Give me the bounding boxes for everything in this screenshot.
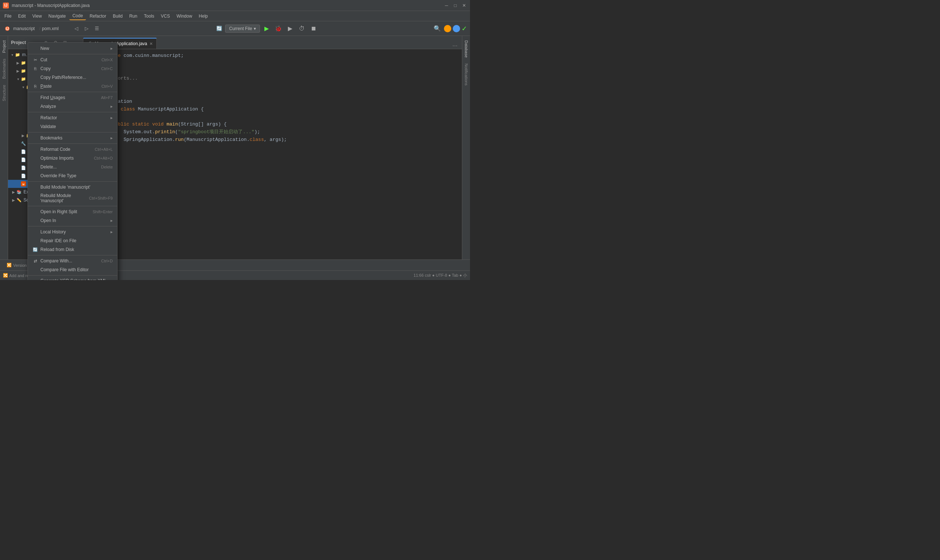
menu-tools[interactable]: Tools [141,12,157,20]
run-button[interactable]: ▶ [262,23,272,34]
cm-refactor-arrow: ▸ [111,115,113,120]
navigate-forward-button[interactable]: ▷ [82,24,91,33]
tab-close-button[interactable]: ✕ [149,42,153,46]
cm-repairide[interactable]: Repair IDE on File [28,236,117,245]
cm-optimizeimports[interactable]: Optimize Imports Ctrl+Alt+O [28,154,117,163]
cm-generatexsd[interactable]: Generate XSD Schema from XML File... [28,277,117,280]
menu-edit[interactable]: Edit [15,12,29,20]
context-menu: New ▸ ✂ Cut Ctrl+X ⎘ Copy Ctrl+C Copy Pa… [28,42,117,280]
cm-refactor[interactable]: Refactor ▸ [28,113,117,122]
menu-run[interactable]: Run [126,12,140,20]
code-content[interactable]: package com.cuinn.manuscript; // imports… [96,49,462,280]
run-config-dropdown[interactable]: Current File ▾ [225,25,260,33]
cm-rebuildmodule-label: Rebuild Module 'manuscript' [40,193,81,203]
code-line-11: System.out.println("springboot项目开始启动了...… [101,128,458,136]
menu-view[interactable]: View [29,12,45,20]
cm-reformatcode[interactable]: Reformat Code Ctrl+Alt+L [28,145,117,154]
separator-4 [28,132,117,132]
stop-button[interactable]: ⏹ [308,23,319,34]
tree-expand-icon: ▾ [15,77,20,81]
code-editor: 1 2 3 4 5 6 7 8 9 10 11 12 13 14 15 pack… [82,49,462,280]
separator-10 [28,275,117,275]
cm-overridefiletype[interactable]: Override File Type [28,171,117,180]
recent-files-button[interactable]: ☰ [92,24,101,33]
cm-reloadfromdisk-label: Reload from Disk [40,247,113,252]
breadcrumb-project[interactable]: manuscript [13,26,35,31]
cm-rebuildmodule[interactable]: Rebuild Module 'manuscript' Ctrl+Shift+F… [28,192,117,205]
cm-refactor-label: Refactor [40,115,108,120]
menu-help[interactable]: Help [196,12,211,20]
breadcrumb-separator: / [39,26,41,31]
code-line-10: public static void main(String[] args) { [101,121,458,128]
help-file-icon: 📄 [20,149,26,154]
maximize-button[interactable]: □ [452,3,458,8]
minimize-button[interactable]: ─ [444,3,450,8]
status-right: 11:66 cslr ● UTF-8 ● Tab ● 小 [413,273,467,278]
breadcrumb-file[interactable]: pom.xml [42,26,59,31]
cm-validate[interactable]: Validate [28,122,117,131]
cm-copy[interactable]: ⎘ Copy Ctrl+C [28,64,117,73]
debug-button[interactable]: 🐞 [273,23,284,34]
cm-openinrightsplit[interactable]: Open in Right Split Shift+Enter [28,207,117,216]
mvnwc-file-icon: 📄 [20,173,26,179]
cm-comparewitheditor[interactable]: Compare File with Editor [28,265,117,274]
bookmarks-tab[interactable]: Bookmarks [1,56,7,82]
menu-build[interactable]: Build [110,12,126,20]
tab-bar: ☕ ManuscriptApplication.java ✕ ⋯ [82,36,462,49]
user-avatar[interactable] [453,25,460,32]
home-button[interactable]: IJ [3,24,12,33]
menu-vcs[interactable]: VCS [158,12,173,20]
cm-findusages-shortcut: Alt+F7 [101,95,113,100]
cm-openinrightsplit-shortcut: Shift+Enter [92,209,113,214]
navigate-back-button[interactable]: ◁ [72,24,81,33]
vcs-status-icon: 🔀 [3,273,8,278]
cm-cut[interactable]: ✂ Cut Ctrl+X [28,55,117,64]
tree-expand-icon: ▶ [15,69,20,73]
structure-tab[interactable]: Structure [1,82,7,104]
cm-optimizeimports-shortcut: Ctrl+Alt+O [94,156,113,160]
code-line-2 [101,60,458,68]
sync-button[interactable]: 🔄 [215,24,223,33]
profile-button[interactable]: ⏱ [297,23,307,34]
vcs-icon: 🔀 [7,263,12,268]
cm-copy-shortcut: Ctrl+C [101,66,113,71]
menu-code[interactable]: Code [69,12,86,20]
search-everywhere-button[interactable]: 🔍 [432,23,442,34]
cm-bookmarks[interactable]: Bookmarks ▸ [28,134,117,142]
tree-expand-icon: ▶ [15,61,20,65]
folder-icon: 📁 [15,52,20,58]
close-button[interactable]: ✕ [461,3,467,8]
cm-comparewith[interactable]: ⇄ Compare With... Ctrl+D [28,257,117,265]
window-controls[interactable]: ─ □ ✕ [444,3,467,8]
cm-paste[interactable]: ⎘ Paste Ctrl+V [28,82,117,91]
cm-analyze-arrow: ▸ [111,104,113,109]
project-tab[interactable]: Project [1,37,7,56]
toolbar: IJ manuscript / pom.xml ◁ ▷ ☰ 🔄 Current … [0,21,470,36]
code-line-6 [101,90,458,98]
tab-action-recent[interactable]: ⋯ [452,43,458,49]
cm-copypath[interactable]: Copy Path/Reference... [28,73,117,82]
cm-localhistory[interactable]: Local History ▸ [28,228,117,236]
scratches-icon: ✏️ [16,197,22,203]
code-line-15: } [101,159,458,167]
cm-openin[interactable]: Open In ▸ [28,216,117,225]
menu-refactor[interactable]: Refactor [87,12,109,20]
cm-buildmodule[interactable]: Build Module 'manuscript' [28,183,117,192]
right-side-panel: Database Notifications [462,36,470,280]
cm-new[interactable]: New ▸ [28,44,117,53]
coverage-button[interactable]: ▶ [285,23,295,34]
copy-icon: ⎘ [32,66,38,72]
menu-file[interactable]: File [2,12,14,20]
menu-bar: File Edit View Navigate Code Refactor Bu… [0,11,470,21]
menu-window[interactable]: Window [174,12,195,20]
database-tab[interactable]: Database [463,37,470,60]
code-line-3 [101,68,458,75]
cm-findusages[interactable]: Find Usages Alt+F7 [28,93,117,102]
notifications-tab[interactable]: Notifications [463,60,470,88]
cm-comparewith-label: Compare With... [40,258,93,263]
idea-folder-icon: 📁 [20,60,26,66]
menu-navigate[interactable]: Navigate [46,12,69,20]
cm-reloadfromdisk[interactable]: 🔄 Reload from Disk [28,245,117,254]
cm-analyze[interactable]: Analyze ▸ [28,102,117,111]
cm-delete[interactable]: Delete... Delete [28,163,117,171]
